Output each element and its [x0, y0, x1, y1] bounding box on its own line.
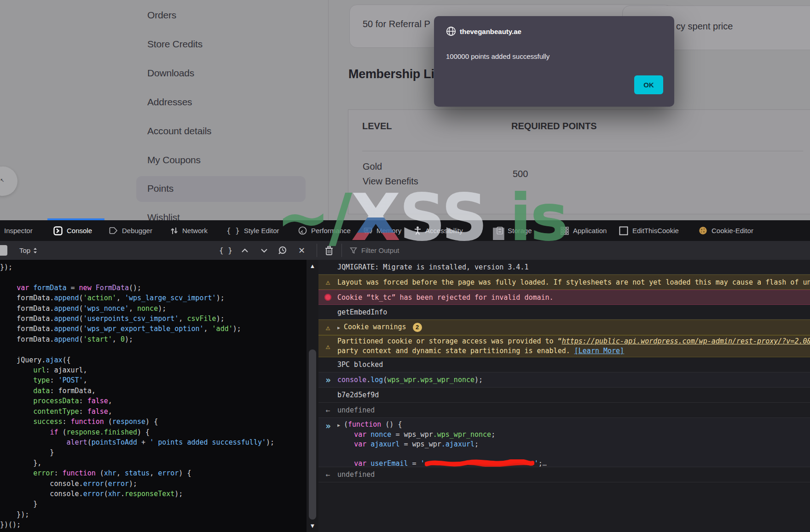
membership-table: LEVEL REQUIRED POINTS Gold View Benefits… [348, 109, 810, 214]
sidebar-item-my-coupons[interactable]: My Coupons [147, 154, 201, 166]
console-row-input: »console.log(wps_wpr.wps_wpr_nonce); [318, 372, 810, 388]
collapse-down-button[interactable] [260, 241, 268, 260]
performance-icon [298, 226, 307, 235]
tab-application[interactable]: Application [561, 220, 607, 241]
network-icon [170, 227, 178, 235]
console-output-pane: JQMIGRATE: Migrate is installed, version… [318, 260, 810, 532]
tab-editthiscookie[interactable]: EditThisCookie [619, 220, 679, 241]
close-editor-button[interactable]: ✕ [298, 241, 305, 260]
console-row-error: Cookie “tk_tc” has been rejected for inv… [318, 290, 810, 305]
console-toolbar: Top { } ✕ [0, 241, 810, 260]
editor-scrollbar[interactable]: ▲ ▼ [307, 260, 319, 532]
editthiscookie-icon [619, 226, 628, 235]
console-row-log: 3PC blocked [318, 357, 810, 372]
console-row-warngroup: ⚠▶Cookie warnings2 [318, 320, 810, 335]
tab-console[interactable]: Console [53, 220, 92, 241]
tab-label: Storage [508, 227, 532, 235]
frame-context-selector[interactable]: Top [19, 241, 37, 260]
tab-label: EditThisCookie [632, 227, 679, 235]
console-row-reply: ←undefined [318, 403, 810, 418]
tab-label: Console [67, 227, 92, 235]
table-header-required-points: REQUIRED POINTS [511, 121, 597, 132]
warning-icon: ⚠ [326, 278, 330, 286]
console-input-icon: » [325, 421, 330, 431]
sidebar-item-account-details[interactable]: Account details [147, 126, 211, 137]
warning-icon: ⚠ [326, 323, 330, 332]
tab-label: Style Editor [244, 227, 279, 235]
tab-label: Network [182, 227, 208, 235]
console-input-icon: » [325, 375, 330, 385]
scrollbar-thumb[interactable] [309, 349, 316, 520]
tab-memory[interactable]: Memory [364, 220, 401, 241]
console-editor-pane[interactable]: }); var formData = new FormData(); formD… [0, 260, 307, 532]
toolbar-divider [317, 244, 317, 257]
sidebar-item-points[interactable]: Points [147, 183, 174, 194]
memory-icon [364, 227, 372, 235]
console-row-warn: ⚠Layout was forced before the page was f… [318, 275, 810, 290]
scroll-down-icon[interactable]: ▼ [307, 522, 318, 529]
tab-label: Cookie-Editor [712, 227, 753, 235]
webpage-background: OrdersStore CreditsDownloadsAddressesAcc… [0, 0, 810, 220]
scroll-up-icon[interactable]: ▲ [307, 263, 318, 269]
funnel-icon [350, 247, 357, 254]
application-icon [561, 227, 569, 235]
sidebar-divider [328, 0, 329, 220]
debugger-icon [109, 227, 118, 235]
tab-label: Memory [376, 227, 401, 235]
console-icon [53, 226, 63, 235]
tab-label: Application [573, 227, 607, 235]
expand-arrow-icon[interactable]: ▶ [337, 423, 340, 428]
ok-button[interactable]: OK [634, 75, 663, 94]
tab-debugger[interactable]: Debugger [109, 220, 152, 241]
docked-tab-fragment [0, 245, 7, 256]
history-search-button[interactable] [278, 241, 288, 260]
back-arrow-icon: ↖ [0, 177, 4, 183]
filter-output-input[interactable]: Filter Output [350, 241, 399, 260]
globe-icon [446, 26, 456, 36]
view-benefits-link[interactable]: View Benefits [363, 176, 418, 187]
warning-icon: ⚠ [326, 342, 330, 351]
currency-card-text: cy spent price [676, 21, 733, 32]
chevron-down-icon [260, 248, 268, 253]
pretty-print-button[interactable]: { } [219, 241, 232, 260]
sidebar-item-store-credits[interactable]: Store Credits [147, 39, 202, 50]
sidebar-item-orders[interactable]: Orders [147, 10, 176, 21]
devtools-tabbar: InspectorConsoleDebuggerNetwork{ }Style … [0, 220, 810, 241]
dialog-message: 100000 points added successfully [446, 52, 550, 60]
frame-context-label: Top [19, 246, 30, 254]
membership-heading: Membership Li [348, 67, 434, 81]
tab-style-editor[interactable]: { }Style Editor [226, 220, 279, 241]
toolbar-divider [341, 244, 342, 257]
table-header-separator [362, 151, 803, 151]
console-row-result: b7e2d5ef9d [318, 388, 810, 403]
reply-arrow-icon: ← [326, 470, 330, 479]
sidebar-item-addresses[interactable]: Addresses [147, 97, 192, 108]
sidebar-item-wishlist[interactable]: Wishlist [147, 212, 180, 220]
tab-cookie-editor[interactable]: Cookie-Editor [699, 220, 753, 241]
alert-dialog: theveganbeauty.ae 100000 points added su… [434, 16, 674, 107]
sort-arrows-icon [33, 247, 37, 254]
warning-count-badge: 2 [413, 323, 422, 332]
clear-console-button[interactable] [325, 241, 333, 260]
tab-network[interactable]: Network [170, 220, 208, 241]
tab-label: Accessibility [425, 227, 463, 235]
tab-label: Performance [311, 227, 351, 235]
table-header-level: LEVEL [362, 121, 392, 132]
tab-accessibility[interactable]: Accessibility [414, 220, 463, 241]
screenshot-root: OrdersStore CreditsDownloadsAddressesAcc… [0, 0, 810, 532]
tab-performance[interactable]: Performance [298, 220, 351, 241]
reply-arrow-icon: ← [326, 406, 330, 415]
expand-arrow-icon[interactable]: ▶ [337, 325, 340, 330]
console-row-log: getEmbedInfo [318, 305, 810, 320]
tab-label: Inspector [4, 227, 33, 235]
collapse-up-button[interactable] [241, 241, 249, 260]
storage-icon [496, 226, 503, 235]
trash-icon [325, 246, 333, 256]
sidebar-item-downloads[interactable]: Downloads [147, 68, 194, 79]
floating-back-button[interactable]: ↖ [0, 166, 17, 196]
table-cell-level: Gold [363, 161, 382, 172]
tab-storage[interactable]: Storage [496, 220, 532, 241]
style-editor-icon: { } [226, 226, 240, 235]
tab-inspector[interactable]: Inspector [0, 220, 33, 241]
console-row-inputblock: »▶(function () { var nonce = wps_wpr.wps… [318, 418, 810, 467]
